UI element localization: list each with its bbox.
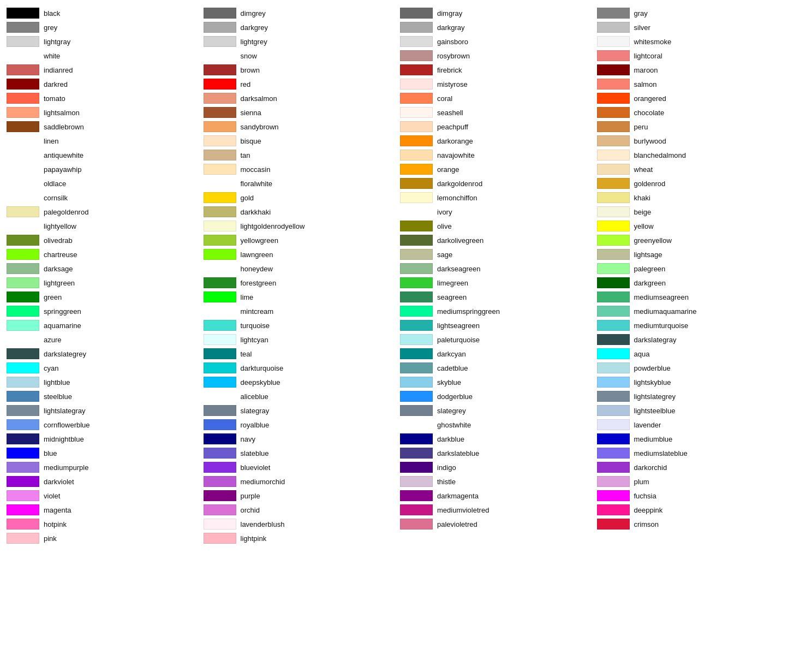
color-label-bisque: bisque: [241, 137, 261, 145]
color-row: turquoise: [204, 319, 401, 332]
color-row: darksalmon: [204, 92, 401, 105]
swatch-gainsboro: [400, 36, 433, 47]
swatch-mediumturquoise: [597, 320, 630, 331]
color-grid: blackgreylightgraywhiteindianreddarkredt…: [7, 7, 793, 545]
color-label-yellow: yellow: [634, 222, 654, 230]
swatch-lightseagreen: [400, 320, 433, 331]
color-row: slategrey: [400, 404, 597, 417]
color-label-darkgray: darkgray: [437, 23, 465, 32]
color-row: indigo: [400, 461, 597, 474]
swatch-springgreen: [7, 306, 39, 317]
color-row: indianred: [7, 63, 204, 76]
color-label-teal: teal: [241, 350, 252, 358]
color-label-lightcyan: lightcyan: [241, 336, 268, 344]
color-row: darkorange: [400, 134, 597, 147]
swatch-peru: [597, 121, 630, 132]
color-row: pink: [7, 532, 204, 545]
color-row: purple: [204, 489, 401, 502]
color-label-lightgreen: lightgreen: [44, 279, 75, 287]
color-row: lightcoral: [597, 49, 794, 62]
swatch-maroon: [597, 64, 630, 75]
color-label-mistyrose: mistyrose: [437, 80, 468, 88]
swatch-indianred: [7, 64, 39, 75]
color-label-mediumspringgreen: mediumspringgreen: [437, 307, 500, 316]
color-label-darkorange: darkorange: [437, 137, 473, 145]
swatch-darkcyan: [400, 348, 433, 359]
color-row: maroon: [597, 63, 794, 76]
color-row: moccasin: [204, 163, 401, 176]
color-label-white: white: [44, 52, 60, 60]
color-label-red: red: [241, 80, 251, 88]
swatch-lightgoldenrodyellow: [204, 221, 236, 231]
color-label-paleturquoise: paleturquoise: [437, 336, 480, 344]
swatch-moccasin: [204, 164, 236, 175]
swatch-mistyrose: [400, 79, 433, 90]
swatch-mediumspringgreen: [400, 306, 433, 317]
color-label-rosybrown: rosybrown: [437, 52, 470, 60]
swatch-antiquewhite: [7, 150, 39, 160]
swatch-lightsalmon: [7, 107, 39, 118]
color-row: mediumslateblue: [597, 447, 794, 460]
color-label-whitesmoke: whitesmoke: [634, 38, 672, 46]
color-label-maroon: maroon: [634, 66, 658, 74]
swatch-dimgrey: [204, 8, 236, 19]
color-row: coral: [400, 92, 597, 105]
color-label-mediumseagreen: mediumseagreen: [634, 293, 689, 301]
color-label-royalblue: royalblue: [241, 421, 270, 429]
swatch-turquoise: [204, 320, 236, 331]
swatch-lightgray: [7, 36, 39, 47]
swatch-lightsteelblue: [597, 405, 630, 416]
color-label-mediumturquoise: mediumturquoise: [634, 322, 689, 330]
color-row: rosybrown: [400, 49, 597, 62]
color-label-aquamarine: aquamarine: [44, 322, 81, 330]
color-row: lightpink: [204, 532, 401, 545]
color-label-oldlace: oldlace: [44, 180, 66, 188]
color-label-darkkhaki: darkkhaki: [241, 208, 271, 216]
color-row: fuchsia: [597, 489, 794, 502]
color-label-mediumorchid: mediumorchid: [241, 478, 285, 486]
swatch-darkturquoise: [204, 362, 236, 373]
color-label-midnightblue: midnightblue: [44, 435, 84, 443]
color-row: lavender: [597, 418, 794, 431]
color-label-gold: gold: [241, 194, 254, 202]
color-label-snow: snow: [241, 52, 257, 60]
swatch-mediumseagreen: [597, 292, 630, 302]
swatch-mediumslateblue: [597, 448, 630, 459]
color-label-mediumblue: mediumblue: [634, 435, 673, 443]
color-label-blueviolet: blueviolet: [241, 463, 271, 472]
color-row: darkslategray: [597, 333, 794, 346]
swatch-slateblue: [204, 448, 236, 459]
color-label-gainsboro: gainsboro: [437, 38, 468, 46]
color-label-cornflowerblue: cornflowerblue: [44, 421, 90, 429]
color-row: lightyellow: [7, 219, 204, 233]
color-label-crimson: crimson: [634, 520, 659, 528]
swatch-beige: [597, 206, 630, 217]
color-label-thistle: thistle: [437, 478, 456, 486]
color-label-springgreen: springgreen: [44, 307, 81, 316]
swatch-goldenrod: [597, 178, 630, 189]
swatch-palegoldenrod: [7, 206, 39, 217]
color-label-skyblue: skyblue: [437, 378, 461, 386]
color-row: lightgreen: [7, 276, 204, 289]
color-label-peru: peru: [634, 123, 648, 131]
color-label-navy: navy: [241, 435, 255, 443]
color-row: orangered: [597, 92, 794, 105]
color-label-linen: linen: [44, 137, 58, 145]
color-row: mediumturquoise: [597, 319, 794, 332]
color-label-lightpink: lightpink: [241, 534, 267, 543]
color-row: palevioletred: [400, 518, 597, 531]
swatch-mediumorchid: [204, 476, 236, 487]
swatch-lemonchiffon: [400, 192, 433, 203]
swatch-gold: [204, 192, 236, 203]
swatch-powderblue: [597, 362, 630, 373]
color-label-darkgrey: darkgrey: [241, 23, 268, 32]
color-label-indianred: indianred: [44, 66, 73, 74]
color-row: gold: [204, 191, 401, 204]
color-row: navy: [204, 432, 401, 445]
color-label-khaki: khaki: [634, 194, 650, 202]
swatch-darkslategray: [597, 334, 630, 345]
color-row: lemonchiffon: [400, 191, 597, 204]
color-row: blue: [7, 447, 204, 460]
color-row: blueviolet: [204, 461, 401, 474]
color-label-ivory: ivory: [437, 208, 452, 216]
